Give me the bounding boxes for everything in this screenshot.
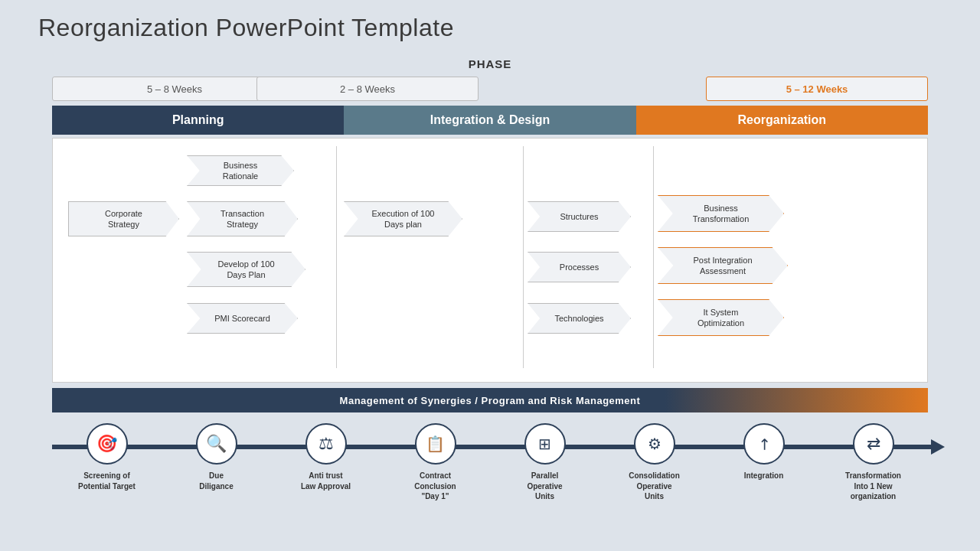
antitrust-icon: ⚖ <box>305 423 347 465</box>
contract-label: ContractConclusion"Day 1" <box>414 471 456 502</box>
due-diligance-label: DueDiligance <box>199 471 233 491</box>
structures-arrow: Structures <box>528 201 631 232</box>
timeline-item-integration: ↗ Integration <box>709 423 818 481</box>
consolidation-label: ConsolidationOperativeUnits <box>629 471 680 502</box>
structures-label: Structures <box>560 211 598 222</box>
phase-label: PHASE <box>469 57 512 70</box>
reorganization-duration: 5 – 12 Weeks <box>706 77 928 101</box>
business-rationale-arrow: BusinessRationale <box>187 155 294 186</box>
timeline-item-consolidation: ⚙ ConsolidationOperativeUnits <box>599 423 709 502</box>
parallel-label: ParallelOperativeUnits <box>527 471 562 502</box>
timeline-item-parallel: ⊞ ParallelOperativeUnits <box>490 423 599 502</box>
timeline-item-due-diligance: 🔍 DueDiligance <box>162 423 271 491</box>
due-diligance-icon: 🔍 <box>196 423 237 465</box>
corporate-strategy-label: CorporateStrategy <box>105 208 142 230</box>
divider-3 <box>653 146 654 368</box>
technologies-arrow: Technologies <box>528 303 631 334</box>
timeline-arrow <box>931 439 945 455</box>
integration-timeline-label: Integration <box>744 471 784 481</box>
transformation-icon: ⇄ <box>853 423 894 465</box>
execution-100-days-arrow: Execution of 100Days plan <box>344 201 462 236</box>
mgmt-banner: Management of Synergies / Program and Ri… <box>52 388 928 412</box>
processes-label: Processes <box>560 262 599 272</box>
divider-2 <box>523 146 524 368</box>
divider-1 <box>336 146 337 368</box>
business-rationale-label: BusinessRationale <box>223 160 258 182</box>
processes-arrow: Processes <box>528 252 631 282</box>
screening-icon: 🎯 <box>87 423 128 465</box>
technologies-label: Technologies <box>554 313 603 324</box>
timeline-item-antitrust: ⚖ Anti trustLaw Approval <box>271 423 381 491</box>
timeline-item-screening: 🎯 Screening ofPotential Target <box>52 423 162 491</box>
planning-header: Planning <box>52 106 344 135</box>
main-content-area: BusinessRationale CorporateStrategy Tran… <box>52 138 928 383</box>
business-transformation-label: BusinessTransformation <box>693 203 750 225</box>
transformation-label: TransformationInto 1 Neworganization <box>845 471 901 502</box>
corporate-strategy-arrow: CorporateStrategy <box>68 201 179 236</box>
integration-icon: ↗ <box>734 415 792 473</box>
consolidation-icon: ⚙ <box>634 423 675 465</box>
develop-100-days-label: Develop of 100Days Plan <box>218 259 275 281</box>
phase-headers: Planning Integration & Design Reorganiza… <box>52 106 928 135</box>
page-title: Reorganization PowerPoint Template <box>38 14 454 42</box>
integration-header: Integration & Design <box>344 106 635 135</box>
mgmt-banner-text: Management of Synergies / Program and Ri… <box>340 395 641 406</box>
transaction-strategy-label: TransactionStrategy <box>220 208 264 230</box>
timeline-items: 🎯 Screening ofPotential Target 🔍 DueDili… <box>52 423 928 502</box>
timeline-item-transformation: ⇄ TransformationInto 1 Neworganization <box>818 423 928 502</box>
develop-100-days-arrow: Develop of 100Days Plan <box>187 252 305 287</box>
execution-100-days-label: Execution of 100Days plan <box>372 208 435 230</box>
antitrust-label: Anti trustLaw Approval <box>301 471 351 491</box>
it-system-optimization-arrow: It SystemOptimization <box>658 299 784 336</box>
pmi-scorecard-arrow: PMI Scorecard <box>187 303 298 334</box>
parallel-icon: ⊞ <box>524 423 566 465</box>
post-integration-label: Post IntegrationAssessment <box>693 255 752 277</box>
business-transformation-arrow: BusinessTransformation <box>658 195 784 232</box>
it-system-optimization-label: It SystemOptimization <box>697 307 744 329</box>
transaction-strategy-arrow: TransactionStrategy <box>187 201 298 236</box>
contract-icon: 📋 <box>415 423 456 465</box>
pmi-scorecard-label: PMI Scorecard <box>214 313 270 324</box>
integration-duration: 2 – 8 Weeks <box>256 77 479 101</box>
post-integration-arrow: Post IntegrationAssessment <box>658 247 788 284</box>
reorganization-header: Reorganization <box>636 106 928 135</box>
screening-label: Screening ofPotential Target <box>78 471 136 491</box>
timeline-item-contract: 📋 ContractConclusion"Day 1" <box>381 423 490 502</box>
